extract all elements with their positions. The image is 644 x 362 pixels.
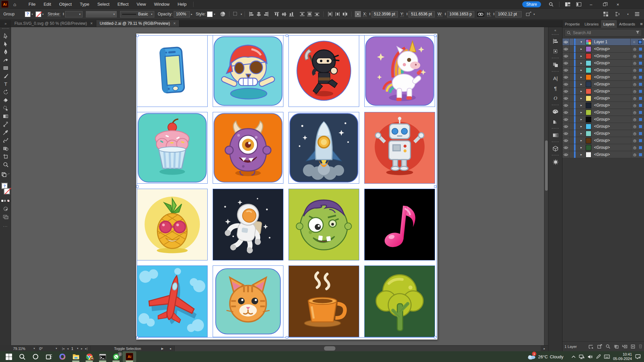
stroke-label[interactable]: Stroke:: [48, 12, 60, 17]
list-view-icon[interactable]: [633, 11, 641, 17]
target-icon[interactable]: ◎: [631, 46, 638, 52]
none-button[interactable]: [7, 199, 10, 202]
chevron-down-icon[interactable]: ▾: [627, 13, 629, 16]
layer-group-row-monster[interactable]: ▸ <Group> ◎: [562, 74, 644, 81]
target-icon[interactable]: ○: [630, 39, 638, 45]
layer-thumbnail[interactable]: [586, 81, 591, 87]
layer-thumbnail[interactable]: [586, 103, 591, 108]
menu-select[interactable]: Select: [93, 0, 113, 9]
layer-name[interactable]: <Group>: [594, 103, 631, 108]
layer-name[interactable]: <Group>: [594, 117, 631, 122]
expand-chevron[interactable]: ▸: [577, 61, 586, 65]
layer-thumbnail[interactable]: [586, 117, 591, 122]
transform-panel-icon[interactable]: [548, 46, 562, 56]
selection-indicator[interactable]: [639, 111, 642, 114]
expand-chevron[interactable]: ▸: [577, 146, 586, 149]
layer-name[interactable]: <Group>: [594, 96, 631, 101]
shear-icon[interactable]: [525, 11, 532, 17]
align-top-icon[interactable]: [273, 11, 280, 17]
target-icon[interactable]: ◎: [631, 88, 638, 95]
pen-icon[interactable]: [596, 354, 601, 359]
network-icon[interactable]: [579, 355, 584, 359]
visibility-toggle[interactable]: [562, 146, 569, 149]
menu-edit[interactable]: Edit: [40, 0, 55, 9]
layer-group-row-cat[interactable]: ▸ <Group> ◎: [562, 130, 644, 137]
align-left-icon[interactable]: [248, 11, 255, 17]
home-icon[interactable]: ⌂: [10, 2, 19, 7]
workspace-grid-icon[interactable]: [602, 11, 609, 17]
tile-pirate-skull[interactable]: [213, 36, 283, 107]
locate-object-icon[interactable]: [606, 344, 610, 349]
selection-handle[interactable]: [434, 336, 436, 339]
selection-indicator[interactable]: [639, 104, 642, 107]
tab-artboards[interactable]: Artboards: [617, 20, 638, 28]
selection-indicator[interactable]: [639, 153, 642, 156]
menu-effect[interactable]: Effect: [113, 0, 132, 9]
layer-name[interactable]: <Group>: [594, 47, 631, 51]
tab-overflow-icon[interactable]: »: [0, 20, 11, 27]
chevron-right-icon[interactable]: ▸: [191, 13, 192, 16]
layer-thumbnail[interactable]: [586, 60, 591, 66]
weather-widget[interactable]: 1 26°C Cloudy: [527, 354, 564, 360]
menu-view[interactable]: View: [132, 0, 150, 9]
lock-toggle[interactable]: [569, 144, 574, 151]
tray-expand-icon[interactable]: [572, 356, 576, 358]
target-icon[interactable]: ◎: [631, 130, 638, 137]
align-right-icon[interactable]: [262, 11, 270, 17]
layer-thumbnail[interactable]: [586, 67, 591, 73]
shape-builder-tool[interactable]: [0, 144, 11, 153]
cortana-button[interactable]: [29, 351, 42, 362]
color-panel-icon[interactable]: [548, 107, 562, 117]
tab-properties[interactable]: Propertie: [562, 20, 582, 28]
y-label[interactable]: Y:: [400, 12, 404, 17]
new-layer-icon[interactable]: [631, 345, 635, 349]
panel-drag-handle[interactable]: [2, 28, 9, 31]
lock-toggle[interactable]: [569, 95, 574, 102]
tile-robot[interactable]: [365, 112, 435, 183]
start-button[interactable]: [2, 351, 15, 362]
selection-indicator[interactable]: [639, 97, 642, 100]
target-icon[interactable]: ◎: [631, 67, 638, 73]
document-tab-untitled2[interactable]: Untitled-2.ai @ 79.11 % (RGB/Preview) ×: [96, 20, 179, 27]
layer-thumbnail[interactable]: [586, 96, 591, 101]
stroke-stepper[interactable]: ▲▼: [62, 12, 64, 16]
share-button[interactable]: Share: [522, 1, 541, 7]
direct-selection-tool[interactable]: [0, 40, 11, 48]
rotate-tool[interactable]: [0, 88, 11, 96]
selection-handle[interactable]: [434, 35, 436, 37]
whatsapp-button[interactable]: 2: [109, 351, 123, 362]
selection-indicator[interactable]: [639, 55, 642, 58]
h-value-input[interactable]: 1002.12 pt: [495, 11, 522, 17]
clock-widget[interactable]: 10:41 05-09-2024: [613, 352, 632, 361]
horizontal-scrollbar[interactable]: [174, 346, 541, 352]
scrollbar-thumb[interactable]: [545, 140, 548, 191]
prev-artboard-icon[interactable]: ◂: [67, 347, 69, 350]
scrollbar-thumb[interactable]: [324, 346, 335, 351]
layer-group-row-phone[interactable]: ▸ <Group> ◎: [562, 151, 644, 158]
visibility-toggle[interactable]: [562, 97, 569, 100]
layer-group-row-cupcake[interactable]: ▸ <Group> ◎: [562, 67, 644, 74]
distribute-vcenter-icon[interactable]: [306, 11, 313, 17]
pen-tool[interactable]: [0, 48, 11, 56]
expand-chevron[interactable]: ▸: [577, 47, 586, 51]
lock-toggle[interactable]: [569, 116, 574, 123]
close-tab-icon[interactable]: ×: [90, 21, 93, 26]
target-icon[interactable]: ◎: [631, 137, 638, 144]
selection-indicator[interactable]: [639, 48, 642, 51]
visibility-toggle[interactable]: [562, 48, 569, 51]
visibility-toggle[interactable]: [562, 139, 569, 142]
tab-libraries[interactable]: Libraries: [582, 20, 601, 28]
target-icon[interactable]: ◎: [631, 109, 638, 116]
release-clipping-mask-icon[interactable]: [597, 344, 602, 349]
lock-toggle[interactable]: [569, 88, 574, 95]
selection-indicator[interactable]: [638, 40, 642, 44]
visibility-toggle[interactable]: [562, 90, 569, 93]
layer-group-row-zombie[interactable]: ▸ <Group> ◎: [562, 109, 644, 116]
color-button[interactable]: [1, 199, 4, 202]
selection-indicator[interactable]: [639, 76, 642, 79]
target-icon[interactable]: ◎: [631, 102, 638, 109]
gradient-tool[interactable]: [0, 112, 11, 120]
layer-thumbnail[interactable]: [586, 46, 591, 52]
opacity-label[interactable]: Opacity:: [158, 12, 172, 16]
chrome-button[interactable]: [83, 351, 96, 362]
